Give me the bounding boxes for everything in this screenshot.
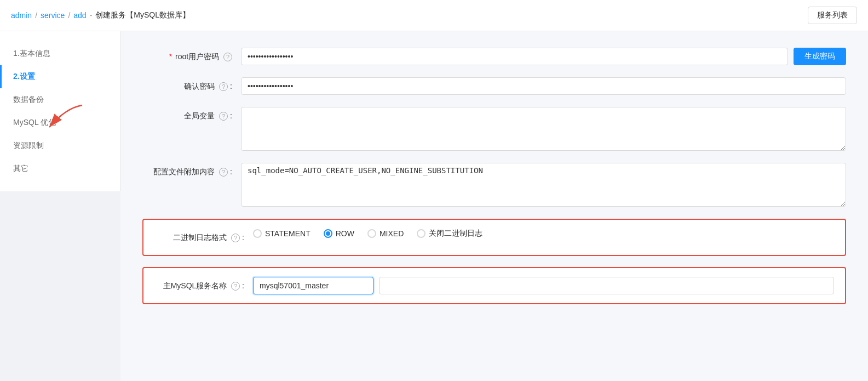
confirm-password-label-text: 确认密码	[184, 82, 215, 90]
binary-log-format-control: STATEMENT ROW MIXED 关闭二进制日志	[253, 229, 834, 238]
required-marker: *	[169, 52, 172, 61]
binary-log-format-help-icon[interactable]: ?	[231, 234, 240, 242]
sidebar-item-data-backup[interactable]: 数据备份	[0, 88, 120, 111]
radio-row[interactable]	[324, 229, 332, 238]
binary-log-format-row: 二进制日志格式 ? : STATEMENT ROW	[154, 229, 834, 246]
breadcrumb-admin[interactable]: admin	[11, 11, 32, 20]
main-layout: 1.基本信息 2.设置 数据备份 MySQL 优化 资源限制 其它	[0, 31, 868, 381]
sidebar-item-basic-info[interactable]: 1.基本信息	[0, 42, 120, 65]
radio-mixed[interactable]	[367, 229, 376, 238]
breadcrumb-sep3: -	[90, 11, 93, 20]
root-password-help-icon[interactable]: ?	[223, 53, 232, 61]
root-password-input[interactable]	[241, 48, 788, 65]
config-content-label: 配置文件附加内容 ? :	[142, 163, 241, 180]
master-mysql-name-label: 主MySQL服务名称 ? :	[154, 277, 253, 294]
sidebar-settings-label: 2.设置	[13, 72, 35, 81]
service-list-button[interactable]: 服务列表	[808, 7, 857, 24]
master-mysql-name-input[interactable]	[253, 277, 373, 294]
config-content-textarea[interactable]: sql_mode=NO_AUTO_CREATE_USER,NO_ENGINE_S…	[241, 163, 846, 207]
global-variables-colon: :	[230, 111, 232, 120]
config-content-row: 配置文件附加内容 ? : sql_mode=NO_AUTO_CREATE_USE…	[142, 163, 846, 207]
global-variables-label-text: 全局变量	[184, 111, 215, 120]
master-mysql-name-colon: :	[242, 281, 244, 290]
master-mysql-name-help-icon[interactable]: ?	[231, 282, 240, 291]
radio-mixed-label: MIXED	[380, 229, 404, 238]
sidebar-wrapper: 1.基本信息 2.设置 数据备份 MySQL 优化 资源限制 其它	[0, 31, 120, 381]
global-variables-row: 全局变量 ? :	[142, 107, 846, 151]
master-mysql-name-control	[253, 277, 834, 294]
radio-item-mixed[interactable]: MIXED	[367, 229, 404, 238]
confirm-password-input[interactable]	[241, 77, 846, 95]
radio-statement-label: STATEMENT	[265, 229, 311, 238]
breadcrumb-sep2: /	[68, 11, 70, 20]
confirm-password-label: 确认密码 ? :	[142, 77, 241, 95]
sidebar-item-resource-limit[interactable]: 资源限制	[0, 134, 120, 157]
radio-item-statement[interactable]: STATEMENT	[253, 229, 311, 238]
sidebar-item-mysql-optimize[interactable]: MySQL 优化	[0, 111, 120, 134]
global-variables-control	[241, 107, 846, 151]
config-content-control: sql_mode=NO_AUTO_CREATE_USER,NO_ENGINE_S…	[241, 163, 846, 207]
radio-close[interactable]	[417, 229, 426, 238]
breadcrumb: admin / service / add - 创建服务【MySQL数据库】	[11, 10, 190, 20]
sidebar: 1.基本信息 2.设置 数据备份 MySQL 优化 资源限制 其它	[0, 31, 120, 191]
master-mysql-name-row: 主MySQL服务名称 ? :	[154, 277, 834, 294]
global-variables-help-icon[interactable]: ?	[219, 112, 228, 121]
root-password-control: 生成密码	[241, 48, 846, 65]
radio-statement[interactable]	[253, 229, 262, 238]
radio-close-label: 关闭二进制日志	[429, 229, 482, 238]
breadcrumb-service[interactable]: service	[41, 11, 65, 20]
binary-log-format-colon: :	[242, 233, 244, 242]
radio-item-row[interactable]: ROW	[324, 229, 354, 238]
global-variables-textarea[interactable]	[241, 107, 846, 151]
radio-row-label: ROW	[336, 229, 354, 238]
sidebar-other-label: 其它	[13, 164, 28, 173]
sidebar-item-other[interactable]: 其它	[0, 157, 120, 180]
config-content-help-icon[interactable]: ?	[219, 168, 228, 177]
binary-log-format-radio-group: STATEMENT ROW MIXED 关闭二进制日志	[253, 229, 482, 238]
config-content-colon: :	[230, 167, 232, 176]
confirm-password-row: 确认密码 ? :	[142, 77, 846, 95]
radio-item-close[interactable]: 关闭二进制日志	[417, 229, 482, 238]
root-password-label-text: root用户密码	[175, 52, 219, 61]
generate-password-button[interactable]: 生成密码	[794, 48, 846, 65]
top-bar: admin / service / add - 创建服务【MySQL数据库】 服…	[0, 0, 868, 31]
config-content-label-text: 配置文件附加内容	[153, 167, 215, 176]
global-variables-label: 全局变量 ? :	[142, 107, 241, 124]
binary-log-format-label: 二进制日志格式 ? :	[154, 229, 253, 246]
sidebar-data-backup-label: 数据备份	[13, 95, 44, 104]
breadcrumb-sep1: /	[35, 11, 37, 20]
master-mysql-name-extra-input[interactable]	[379, 277, 834, 294]
sidebar-basic-info-label: 1.基本信息	[13, 49, 50, 58]
binary-log-format-label-text: 二进制日志格式	[173, 233, 227, 242]
content: * root用户密码 ? 生成密码 确认密码 ? :	[120, 31, 868, 381]
master-mysql-name-box: 主MySQL服务名称 ? :	[142, 267, 846, 304]
root-password-row: * root用户密码 ? 生成密码	[142, 48, 846, 65]
sidebar-mysql-optimize-label: MySQL 优化	[13, 118, 56, 127]
sidebar-resource-limit-label: 资源限制	[13, 141, 44, 150]
confirm-password-colon: :	[230, 82, 232, 90]
confirm-password-help-icon[interactable]: ?	[219, 82, 228, 91]
breadcrumb-add[interactable]: add	[73, 11, 86, 20]
master-mysql-name-label-text: 主MySQL服务名称	[163, 281, 227, 290]
sidebar-item-settings[interactable]: 2.设置	[0, 65, 120, 88]
root-password-input-group: 生成密码	[241, 48, 846, 65]
breadcrumb-title: 创建服务【MySQL数据库】	[95, 10, 190, 20]
binary-log-format-box: 二进制日志格式 ? : STATEMENT ROW	[142, 219, 846, 256]
root-password-label: * root用户密码 ?	[142, 48, 241, 65]
confirm-password-control	[241, 77, 846, 95]
